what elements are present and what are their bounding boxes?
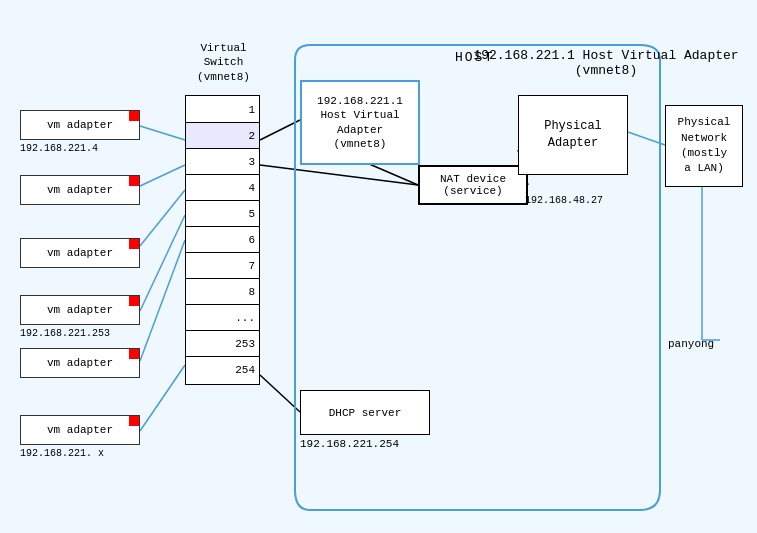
vm-adapter-2: vm adapter <box>20 175 140 205</box>
virtual-switch: Virtual Switch (vmnet8) 1 2 3 4 5 6 7 8 … <box>185 95 260 385</box>
host-label: 192.168.221.1 Host Virtual Adapter (vmne… <box>455 48 757 78</box>
vm-adapter-6-indicator <box>129 416 139 426</box>
nat-device: NAT device(service) <box>418 165 528 205</box>
port-6: 6 <box>186 227 259 253</box>
dhcp-server-label: DHCP server <box>329 407 402 419</box>
port-3: 3 <box>186 149 259 175</box>
port-5: 5 <box>186 201 259 227</box>
vm-adapter-2-label: vm adapter <box>47 184 113 196</box>
vm-adapter-4-ip: 192.168.221.253 <box>20 328 110 339</box>
physical-adapter-label: PhysicalAdapter <box>544 118 602 152</box>
vm-adapter-5-indicator <box>129 349 139 359</box>
port-2: 2 <box>186 123 259 149</box>
vm-adapter-5-label: vm adapter <box>47 357 113 369</box>
svg-line-10 <box>628 132 665 145</box>
vm-adapter-3: vm adapter <box>20 238 140 268</box>
nat-device-ip: 192.168.48.27 <box>525 195 603 206</box>
svg-line-7 <box>260 165 418 185</box>
svg-line-2 <box>140 190 185 246</box>
physical-network: PhysicalNetwork(mostlya LAN) <box>665 105 743 187</box>
virtual-switch-label: Virtual Switch (vmnet8) <box>186 41 261 84</box>
vm-adapter-4-label: vm adapter <box>47 304 113 316</box>
vm-adapter-6: vm adapter <box>20 415 140 445</box>
port-254: 254 <box>186 357 259 383</box>
svg-line-6 <box>260 120 300 140</box>
vm-adapter-1-indicator <box>129 111 139 121</box>
svg-line-13 <box>260 375 300 412</box>
svg-line-4 <box>140 240 185 361</box>
vm-adapter-1: vm adapter <box>20 110 140 140</box>
host-virtual-adapter-ip: 192.168.221.1Host VirtualAdapter(vmnet8) <box>317 94 403 151</box>
vm-adapter-2-indicator <box>129 176 139 186</box>
port-253: 253 <box>186 331 259 357</box>
port-ellipsis: ... <box>186 305 259 331</box>
diagram-container: 192.168.221.1 Host Virtual Adapter (vmne… <box>0 0 757 533</box>
dhcp-server: DHCP server <box>300 390 430 435</box>
vm-adapter-3-indicator <box>129 239 139 249</box>
vm-adapter-1-label: vm adapter <box>47 119 113 131</box>
svg-line-5 <box>140 365 185 431</box>
vm-adapter-1-ip: 192.168.221.4 <box>20 143 98 154</box>
svg-line-3 <box>140 215 185 311</box>
vm-adapter-4: vm adapter <box>20 295 140 325</box>
vm-adapter-6-label: vm adapter <box>47 424 113 436</box>
nat-device-label: NAT device(service) <box>440 173 506 197</box>
vm-adapter-5: vm adapter <box>20 348 140 378</box>
vm-adapter-6-ip: 192.168.221. x <box>20 448 104 459</box>
port-8: 8 <box>186 279 259 305</box>
svg-line-1 <box>140 165 185 186</box>
vm-adapter-3-label: vm adapter <box>47 247 113 259</box>
physical-network-label: PhysicalNetwork(mostlya LAN) <box>678 115 731 177</box>
host-virtual-adapter: 192.168.221.1Host VirtualAdapter(vmnet8) <box>300 80 420 165</box>
port-7: 7 <box>186 253 259 279</box>
physical-adapter: PhysicalAdapter <box>518 95 628 175</box>
dhcp-server-ip: 192.168.221.254 <box>300 438 399 450</box>
panyong-label: panyong <box>668 338 714 350</box>
svg-line-0 <box>140 126 185 140</box>
port-4: 4 <box>186 175 259 201</box>
vm-adapter-4-indicator <box>129 296 139 306</box>
host-text: HOST <box>455 50 494 65</box>
port-1: 1 <box>186 97 259 123</box>
